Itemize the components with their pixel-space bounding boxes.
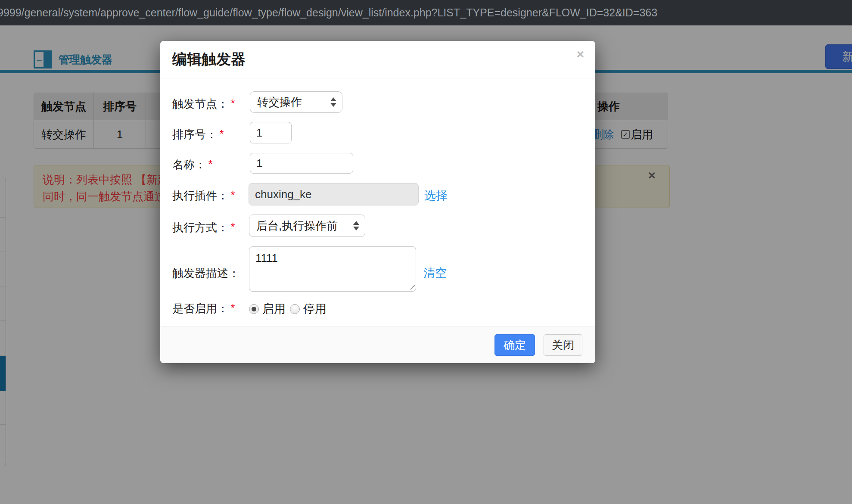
select-stepper-icon (353, 221, 359, 230)
screen: 9999/general/system/approve_center/flow_… (0, 0, 852, 504)
name-input[interactable] (250, 153, 353, 174)
plugin-select-link[interactable]: 选择 (424, 188, 448, 203)
required-asterisk: * (231, 189, 235, 201)
mode-select-value: 后台,执行操作前 (256, 218, 338, 233)
edit-trigger-modal: 编辑触发器 × 触发节点：* 转交操作 排序号：* 名称：* 执行插件：* 选择… (160, 41, 595, 363)
ok-button[interactable]: 确定 (494, 334, 535, 356)
radio-enable[interactable] (249, 304, 259, 314)
field-label-plugin: 执行插件：* (172, 188, 235, 203)
required-asterisk: * (208, 158, 212, 170)
field-label-desc: 触发器描述： (172, 266, 239, 281)
field-label-name: 名称：* (172, 157, 212, 172)
desc-textarea[interactable]: 1111 (249, 246, 416, 292)
plugin-input (249, 183, 419, 205)
modal-footer: 确定 关闭 (160, 327, 595, 363)
field-label-node: 触发节点：* (172, 96, 235, 112)
node-select-value: 转交操作 (257, 95, 302, 110)
select-stepper-icon (330, 97, 336, 107)
enabled-radio-group: 启用 停用 (249, 301, 331, 317)
required-asterisk: * (231, 221, 235, 233)
browser-url-bar[interactable]: 9999/general/system/approve_center/flow_… (0, 0, 852, 25)
modal-title: 编辑触发器 (172, 41, 246, 78)
required-asterisk: * (231, 302, 235, 314)
required-asterisk: * (231, 97, 235, 109)
node-select[interactable]: 转交操作 (250, 91, 342, 113)
field-label-enabled: 是否启用：* (172, 301, 235, 316)
modal-close-icon[interactable]: × (576, 47, 584, 62)
close-button[interactable]: 关闭 (544, 334, 582, 356)
required-asterisk: * (220, 128, 224, 140)
order-input[interactable] (250, 122, 292, 143)
desc-clear-link[interactable]: 清空 (423, 265, 447, 281)
radio-disable[interactable] (290, 304, 300, 314)
radio-disable-label: 停用 (303, 301, 326, 317)
url-text: 9999/general/system/approve_center/flow_… (0, 6, 657, 19)
radio-enable-label: 启用 (262, 301, 286, 317)
field-label-mode: 执行方式：* (172, 220, 235, 235)
mode-select[interactable]: 后台,执行操作前 (249, 215, 365, 237)
field-label-order: 排序号：* (172, 127, 224, 142)
modal-header: 编辑触发器 × (160, 41, 595, 78)
